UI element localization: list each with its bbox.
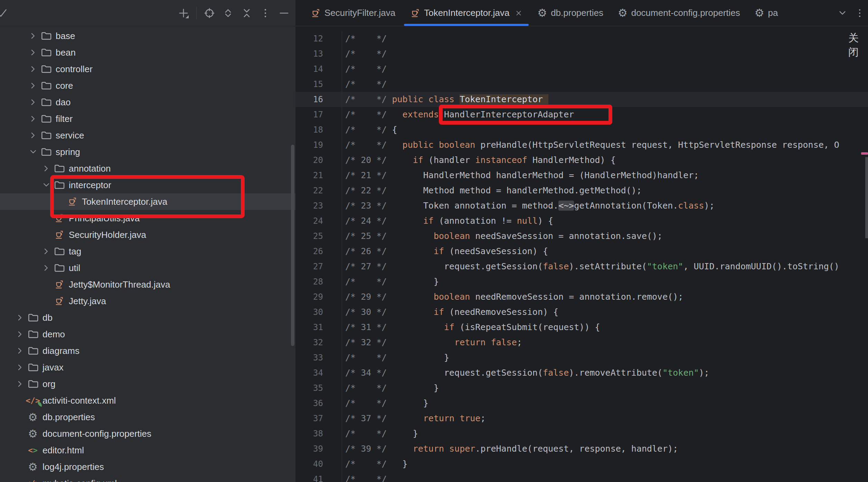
chevron-right-icon[interactable] bbox=[14, 311, 26, 324]
tree-item-log4j-properties[interactable]: ⚙log4j.properties bbox=[0, 459, 295, 475]
chevron-right-icon[interactable] bbox=[40, 262, 53, 274]
code-line-21[interactable]: 21/* 21 */ HandlerMethod handlerMethod =… bbox=[295, 168, 868, 183]
code-line-text: /* */ } bbox=[342, 396, 428, 411]
folder-icon bbox=[40, 130, 51, 141]
code-line-27[interactable]: 27/* 27 */ request.getSession(false).set… bbox=[295, 259, 868, 274]
code-line-26[interactable]: 26/* 26 */ if (needSaveSession) { bbox=[295, 244, 868, 259]
code-line-33[interactable]: 33/* */ } bbox=[295, 350, 868, 365]
chevron-right-icon[interactable] bbox=[27, 129, 39, 142]
code-line-38[interactable]: 38/* */ } bbox=[295, 426, 868, 441]
tree-item-controller[interactable]: controller bbox=[0, 61, 295, 77]
folder-icon bbox=[54, 262, 65, 273]
code-line-24[interactable]: 24/* 24 */ if (annotation != null) { bbox=[295, 213, 868, 229]
close-icon[interactable] bbox=[515, 9, 523, 17]
tree-item-service[interactable]: service bbox=[0, 127, 295, 144]
code-editor[interactable]: 12/* */13/* */14/* */15/* */16/* */ publ… bbox=[295, 26, 868, 482]
locate-icon[interactable] bbox=[204, 7, 215, 19]
chevron-down-icon[interactable] bbox=[27, 146, 39, 158]
tab-tokeninterceptor-java[interactable]: TokenInterceptor.java bbox=[403, 0, 530, 26]
chevron-right-icon[interactable] bbox=[40, 245, 53, 258]
chevron-right-icon[interactable] bbox=[40, 162, 53, 175]
tree-item-activiti-context-xml[interactable]: </>activiti-context.xml bbox=[0, 392, 295, 409]
chevron-right-icon[interactable] bbox=[27, 79, 39, 92]
tab-securityfilter-java[interactable]: SecurityFilter.java bbox=[303, 0, 403, 26]
code-line-41[interactable]: 41/* */ bbox=[295, 472, 868, 482]
tree-item-org[interactable]: org bbox=[0, 376, 295, 392]
tree-item-jetty-java[interactable]: Jetty.java bbox=[0, 293, 295, 309]
code-line-22[interactable]: 22/* 22 */ Method method = handlerMethod… bbox=[295, 183, 868, 198]
code-line-17[interactable]: 17/* */ extends HandlerInterceptorAdapte… bbox=[295, 107, 868, 122]
chevron-right-icon[interactable] bbox=[14, 378, 26, 390]
chevron-right-icon[interactable] bbox=[27, 113, 39, 125]
tree-item-tokeninterceptor-java[interactable]: TokenInterceptor.java bbox=[0, 193, 295, 210]
chevron-right-icon[interactable] bbox=[14, 345, 26, 357]
tree-item-spring[interactable]: spring bbox=[0, 144, 295, 160]
tree-item-document-config-properties[interactable]: ⚙document-config.properties bbox=[0, 425, 295, 442]
chevron-right-icon[interactable] bbox=[14, 328, 26, 340]
code-line-39[interactable]: 39/* 39 */ return super.preHandle(reques… bbox=[295, 441, 868, 456]
code-line-12[interactable]: 12/* */ bbox=[295, 31, 868, 46]
code-line-29[interactable]: 29/* 29 */ boolean needRemoveSession = a… bbox=[295, 289, 868, 305]
more-vertical-icon[interactable] bbox=[260, 7, 271, 19]
tree-item-javax[interactable]: javax bbox=[0, 359, 295, 376]
chevron-right-icon[interactable] bbox=[14, 361, 26, 374]
tree-item-demo[interactable]: demo bbox=[0, 326, 295, 343]
chevron-right-icon[interactable] bbox=[27, 96, 39, 108]
chevron-down-icon[interactable] bbox=[40, 179, 53, 191]
tree-item-interceptor[interactable]: interceptor bbox=[0, 177, 295, 193]
project-tree[interactable]: basebeancontrollercoredaofilterservicesp… bbox=[0, 26, 295, 482]
tree-item-base[interactable]: base bbox=[0, 28, 295, 44]
tree-item-principalutils-java[interactable]: PrincipalUtils.java bbox=[0, 210, 295, 226]
tab-document-config-properties[interactable]: ⚙document-config.properties bbox=[611, 0, 747, 26]
hide-icon[interactable] bbox=[278, 7, 290, 19]
tree-item-bean[interactable]: bean bbox=[0, 44, 295, 61]
code-line-37[interactable]: 37/* 37 */ return true; bbox=[295, 411, 868, 426]
more-vertical-icon[interactable] bbox=[854, 8, 865, 19]
code-line-35[interactable]: 35/* */ } bbox=[295, 380, 868, 396]
tree-item-dao[interactable]: dao bbox=[0, 94, 295, 110]
expand-all-icon[interactable] bbox=[222, 7, 234, 19]
code-line-40[interactable]: 40/* */ } bbox=[295, 456, 868, 472]
tree-item-annotation[interactable]: annotation bbox=[0, 160, 295, 177]
tree-item-securityholder-java[interactable]: SecurityHolder.java bbox=[0, 226, 295, 243]
code-line-34[interactable]: 34/* 34 */ request.getSession(false).rem… bbox=[295, 365, 868, 380]
code-line-16[interactable]: 16/* */ public class TokenInterceptor bbox=[295, 92, 868, 107]
tree-item-editor-html[interactable]: <>editor.html bbox=[0, 442, 295, 459]
code-line-28[interactable]: 28/* */ } bbox=[295, 274, 868, 289]
line-number: 18 bbox=[295, 122, 342, 137]
chevron-right-icon[interactable] bbox=[27, 46, 39, 59]
tree-item-db-properties[interactable]: ⚙db.properties bbox=[0, 409, 295, 425]
code-line-14[interactable]: 14/* */ bbox=[295, 61, 868, 77]
tree-item-jetty-monitorthread-java[interactable]: Jetty$MonitorThread.java bbox=[0, 276, 295, 293]
code-line-text: /* */ bbox=[342, 31, 387, 46]
close-link[interactable]: 关闭 bbox=[848, 31, 868, 59]
tab-pa[interactable]: ⚙pa bbox=[747, 0, 781, 26]
chevron-right-icon[interactable] bbox=[27, 30, 39, 42]
chevron-down-icon[interactable] bbox=[837, 8, 848, 19]
tree-item-mybatis-config-xml[interactable]: </>mybatis-config.xml bbox=[0, 475, 295, 482]
code-line-31[interactable]: 31/* 31 */ if (isRepeatSubmit(request)) … bbox=[295, 320, 868, 335]
tree-item-core[interactable]: core bbox=[0, 77, 295, 94]
collapse-all-icon[interactable] bbox=[241, 7, 253, 19]
chevron-right-icon[interactable] bbox=[27, 63, 39, 75]
code-line-15[interactable]: 15/* */ bbox=[295, 77, 868, 92]
code-line-13[interactable]: 13/* */ bbox=[295, 46, 868, 61]
tree-item-label: demo bbox=[43, 329, 65, 340]
tree-item-util[interactable]: util bbox=[0, 260, 295, 276]
code-line-36[interactable]: 36/* */ } bbox=[295, 396, 868, 411]
tree-item-diagrams[interactable]: diagrams bbox=[0, 343, 295, 359]
code-line-20[interactable]: 20/* 20 */ if (handler instanceof Handle… bbox=[295, 153, 868, 168]
tree-item-filter[interactable]: filter bbox=[0, 110, 295, 127]
tree-item-db[interactable]: db bbox=[0, 309, 295, 326]
tree-item-tag[interactable]: tag bbox=[0, 243, 295, 260]
code-line-30[interactable]: 30/* 30 */ if (needRemoveSession) { bbox=[295, 305, 868, 320]
add-icon[interactable] bbox=[178, 7, 189, 19]
tab-db-properties[interactable]: ⚙db.properties bbox=[530, 0, 611, 26]
editor-scrollbar-thumb[interactable] bbox=[865, 157, 868, 238]
code-line-25[interactable]: 25/* 25 */ boolean needSaveSession = ann… bbox=[295, 229, 868, 244]
code-line-19[interactable]: 19/* */ public boolean preHandle(HttpSer… bbox=[295, 137, 868, 153]
code-line-32[interactable]: 32/* 32 */ return false; bbox=[295, 335, 868, 350]
code-line-23[interactable]: 23/* 23 */ Token annotation = method.<~>… bbox=[295, 198, 868, 213]
code-line-18[interactable]: 18/* */ { bbox=[295, 122, 868, 137]
tree-scrollbar-thumb[interactable] bbox=[291, 145, 294, 346]
